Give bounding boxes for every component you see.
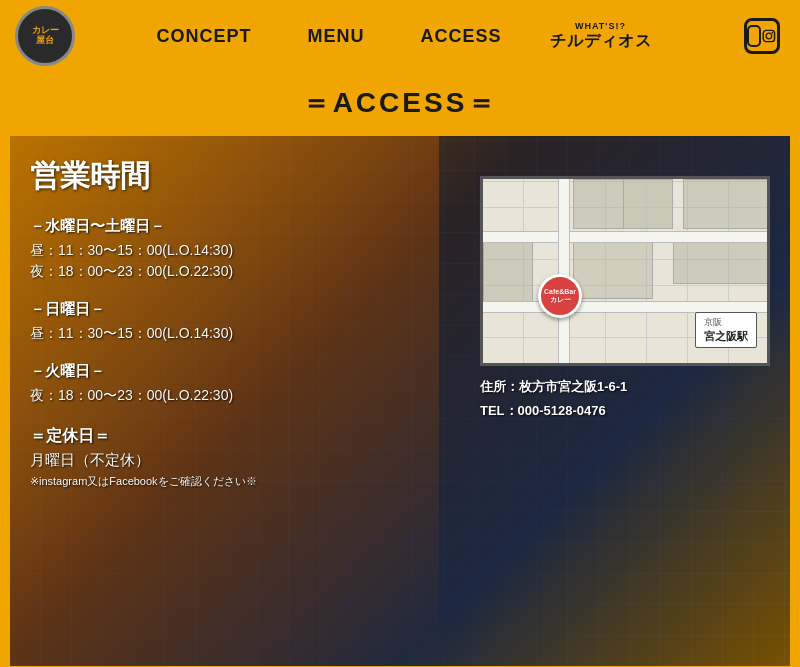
nav-whats[interactable]: WHAT'S!? チルディオス <box>530 21 672 52</box>
hours-time-2-0: 夜：18：00〜23：00(L.O.22:30) <box>30 385 400 406</box>
nav-menu[interactable]: MENU <box>280 26 393 47</box>
hours-block-sunday: －日曜日－ 昼：11：30〜15：00(L.O.14:30) <box>30 300 400 344</box>
nav-whats-subtitle: WHAT'S!? <box>575 21 626 31</box>
closed-day: 月曜日（不定休） <box>30 451 400 470</box>
tel-line: TEL：000-5128-0476 <box>480 402 770 420</box>
map-building-5 <box>573 239 653 299</box>
map-pin-label: Cafe&Barカレー <box>544 288 576 303</box>
closed-note: ※instagram又はFacebookをご確認ください※ <box>30 474 400 489</box>
map-station-name: 宮之阪駅 <box>704 329 748 344</box>
page-title-bar: ＝ACCESS＝ <box>0 72 800 136</box>
page-title: ＝ACCESS＝ <box>0 84 800 122</box>
content-overlay: 営業時間 －水曜日〜土曜日－ 昼：11：30〜15：00(L.O.14:30) … <box>10 136 790 666</box>
address-line: 住所：枚方市宮之阪1-6-1 <box>480 378 770 396</box>
address-section: 住所：枚方市宮之阪1-6-1 TEL：000-5128-0476 <box>480 378 770 420</box>
logo[interactable]: カレー屋台 <box>15 6 75 66</box>
map-building-6 <box>673 239 770 284</box>
nav-access[interactable]: ACCESS <box>393 26 530 47</box>
main-content: 営業時間 －水曜日〜土曜日－ 昼：11：30〜15：00(L.O.14:30) … <box>10 136 790 666</box>
map-road-h1 <box>483 231 767 243</box>
main-nav: CONCEPT MENU ACCESS WHAT'S!? チルディオス <box>128 21 671 52</box>
svg-point-1 <box>766 33 772 39</box>
map-box: Cafe&Barカレー 京阪 宮之阪駅 <box>480 176 770 366</box>
nav-concept[interactable]: CONCEPT <box>128 26 279 47</box>
map-pin: Cafe&Barカレー <box>538 274 582 318</box>
hours-day-2: －火曜日－ <box>30 362 400 381</box>
svg-point-2 <box>772 32 774 34</box>
hours-time-0-0: 昼：11：30〜15：00(L.O.14:30) <box>30 240 400 261</box>
hours-block-weekday: －水曜日〜土曜日－ 昼：11：30〜15：00(L.O.14:30) 夜：18：… <box>30 217 400 282</box>
map-station-box: 京阪 宮之阪駅 <box>695 312 757 348</box>
map-building-2 <box>683 179 770 229</box>
map-building-4 <box>483 239 533 309</box>
map-road-v1 <box>558 179 570 363</box>
nav-whats-title: チルディオス <box>550 31 652 52</box>
hours-time-1-0: 昼：11：30〜15：00(L.O.14:30) <box>30 323 400 344</box>
hours-title: 営業時間 <box>30 156 400 197</box>
instagram-button[interactable] <box>744 18 780 54</box>
map-station-label: 京阪 <box>704 316 748 329</box>
right-section: Cafe&Barカレー 京阪 宮之阪駅 住所：枚方市宮之阪1-6-1 TEL：0… <box>400 156 770 646</box>
hours-time-0-1: 夜：18：00〜23：00(L.O.22:30) <box>30 261 400 282</box>
map-building-3 <box>623 179 673 229</box>
hours-day-1: －日曜日－ <box>30 300 400 319</box>
closed-title: ＝定休日＝ <box>30 426 400 447</box>
header: カレー屋台 CONCEPT MENU ACCESS WHAT'S!? チルディオ… <box>0 0 800 72</box>
hours-block-tuesday: －火曜日－ 夜：18：00〜23：00(L.O.22:30) <box>30 362 400 406</box>
hours-section: 営業時間 －水曜日〜土曜日－ 昼：11：30〜15：00(L.O.14:30) … <box>30 156 400 646</box>
hours-day-0: －水曜日〜土曜日－ <box>30 217 400 236</box>
closed-block: ＝定休日＝ 月曜日（不定休） ※instagram又はFacebookをご確認く… <box>30 426 400 489</box>
